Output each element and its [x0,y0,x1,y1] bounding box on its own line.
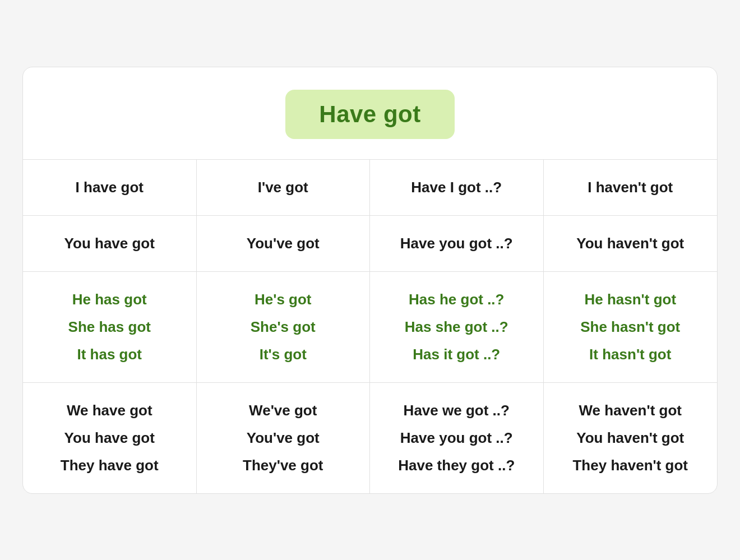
cell-text: They've got [243,455,323,476]
cell-text: She has got [68,316,151,338]
cell-text: I've got [258,177,308,198]
cell-text: Have I got ..? [411,177,502,198]
conjugation-grid: I have gotI've gotHave I got ..?I haven'… [23,160,717,493]
header-section: Have got [23,67,717,160]
grid-cell-r1-c2: Have you got ..? [370,216,544,272]
cell-text: Has he got ..? [409,289,504,311]
grid-cell-r2-c0: He has gotShe has gotIt has got [23,272,197,383]
grid-cell-r3-c1: We've gotYou've gotThey've got [197,383,371,493]
cell-text: You have got [64,427,155,449]
cell-text: She's got [251,316,316,338]
grid-cell-r0-c2: Have I got ..? [370,160,544,216]
cell-text: Have you got ..? [400,427,513,449]
grid-cell-r2-c2: Has he got ..?Has she got ..?Has it got … [370,272,544,383]
grid-cell-r2-c1: He's gotShe's gotIt's got [197,272,371,383]
grid-cell-r0-c1: I've got [197,160,371,216]
cell-text: I have got [76,177,144,198]
cell-text: She hasn't got [580,316,680,338]
cell-text: We haven't got [579,400,682,422]
cell-text: You haven't got [576,427,684,449]
grid-cell-r0-c3: I haven't got [544,160,718,216]
cell-text: They haven't got [572,455,688,476]
cell-text: You have got [64,233,155,254]
grid-cell-r1-c0: You have got [23,216,197,272]
grid-cell-r3-c0: We have gotYou have gotThey have got [23,383,197,493]
cell-text: He hasn't got [584,289,676,311]
cell-text: He's got [255,289,312,311]
main-title: Have got [319,101,420,127]
cell-text: You've got [247,233,320,254]
grid-cell-r0-c0: I have got [23,160,197,216]
cell-text: It hasn't got [589,344,671,365]
cell-text: He has got [72,289,147,311]
grid-cell-r3-c3: We haven't gotYou haven't gotThey haven'… [544,383,718,493]
cell-text: Have you got ..? [400,233,513,254]
main-card: Have got I have gotI've gotHave I got ..… [22,67,718,494]
grid-cell-r1-c3: You haven't got [544,216,718,272]
grid-cell-r1-c1: You've got [197,216,371,272]
grid-cell-r3-c2: Have we got ..?Have you got ..?Have they… [370,383,544,493]
cell-text: It's got [260,344,307,365]
cell-text: We've got [249,400,317,422]
cell-text: You've got [247,427,320,449]
cell-text: It has got [77,344,142,365]
cell-text: You haven't got [576,233,684,254]
cell-text: Has she got ..? [405,316,508,338]
cell-text: Has it got ..? [413,344,500,365]
cell-text: I haven't got [588,177,673,198]
title-badge: Have got [285,90,454,139]
cell-text: They have got [61,455,159,476]
cell-text: Have we got ..? [404,400,510,422]
grid-cell-r2-c3: He hasn't gotShe hasn't gotIt hasn't got [544,272,718,383]
cell-text: We have got [67,400,152,422]
cell-text: Have they got ..? [398,455,515,476]
